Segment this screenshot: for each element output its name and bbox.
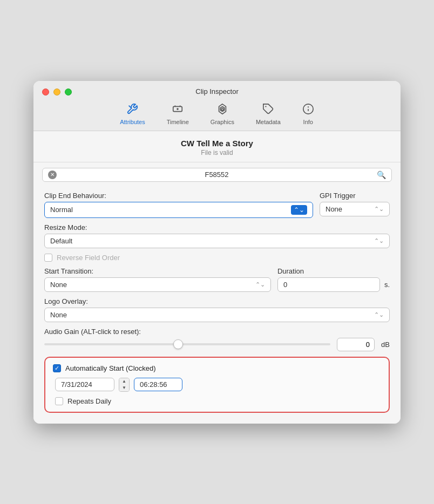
resize-mode-label: Resize Mode: (44, 223, 390, 231)
tab-timeline[interactable]: Timeline (156, 101, 200, 131)
search-icon: 🔍 (377, 171, 386, 179)
gpi-group: GPI Trigger None ⌃⌄ (320, 192, 390, 216)
search-bar[interactable]: ✕ F58552 🔍 (42, 168, 392, 182)
auto-start-checkbox[interactable]: ✓ (53, 364, 61, 372)
logo-overlay-select[interactable]: None ⌃⌄ (44, 308, 390, 322)
duration-label: Duration (277, 267, 390, 275)
start-transition-label: Start Transition: (44, 267, 271, 275)
tab-graphics-label: Graphics (211, 119, 234, 125)
resize-mode-row: Resize Mode: Default ⌃⌄ (44, 223, 390, 248)
clip-end-gpi-row: Clip End Behaviour: Normal ⌃⌄ GPI Trigge… (44, 192, 390, 218)
metadata-icon (262, 103, 274, 117)
slider-thumb[interactable] (173, 339, 183, 349)
clip-end-label: Clip End Behaviour: (44, 192, 313, 200)
reverse-field-row: Reverse Field Order (44, 254, 390, 262)
tab-metadata-label: Metadata (256, 119, 281, 125)
audio-gain-row: Audio Gain (ALT-click to reset): dB (44, 328, 390, 351)
slider-row: dB (44, 338, 390, 351)
close-button[interactable] (42, 88, 49, 96)
window-title: Clip Inspector (42, 87, 392, 96)
clip-status: File is valid (44, 149, 390, 156)
svg-point-2 (177, 108, 178, 110)
maximize-button[interactable] (65, 88, 72, 96)
reverse-field-label: Reverse Field Order (57, 254, 120, 262)
clip-end-select[interactable]: Normal ⌃⌄ (44, 202, 313, 218)
db-label: dB (381, 340, 390, 349)
tab-bar: Attributes Timeline (42, 101, 392, 131)
duration-input[interactable] (277, 277, 380, 292)
graphics-icon (216, 103, 228, 117)
audio-gain-slider[interactable] (44, 343, 330, 345)
repeats-daily-row: Repeats Daily (55, 397, 381, 405)
titlebar: Clip Inspector Attributes (33, 81, 401, 131)
resize-mode-arrow: ⌃⌄ (374, 237, 384, 244)
tab-attributes[interactable]: Attributes (109, 101, 155, 131)
tab-timeline-label: Timeline (167, 119, 189, 125)
gpi-label: GPI Trigger (320, 192, 390, 200)
attributes-icon (126, 103, 138, 117)
svg-marker-3 (219, 104, 226, 113)
stepper-up[interactable]: ▲ (119, 378, 129, 385)
info-icon (302, 103, 314, 117)
minimize-button[interactable] (53, 88, 60, 96)
date-input[interactable] (55, 378, 114, 391)
tab-info-label: Info (303, 119, 313, 125)
clip-info-section: CW Tell Me a Story File is valid (33, 131, 401, 162)
tab-metadata[interactable]: Metadata (245, 101, 291, 131)
svg-marker-5 (221, 108, 223, 111)
clip-end-arrow: ⌃⌄ (291, 205, 307, 215)
clip-name: CW Tell Me a Story (44, 139, 390, 148)
main-window: Clip Inspector Attributes (33, 81, 401, 424)
duration-group: Duration s. (277, 267, 390, 292)
logo-overlay-label: Logo Overlay: (44, 297, 390, 305)
auto-start-box: ✓ Automatically Start (Clocked) ▲ ▼ Repe… (44, 357, 390, 413)
audio-gain-label: Audio Gain (ALT-click to reset): (44, 328, 390, 336)
duration-suffix: s. (384, 281, 390, 289)
repeats-daily-checkbox[interactable] (55, 397, 63, 405)
search-value: F58552 (57, 171, 377, 179)
traffic-lights (42, 88, 72, 96)
timeline-icon (172, 103, 184, 117)
time-input[interactable] (134, 378, 182, 391)
logo-overlay-arrow: ⌃⌄ (374, 311, 384, 318)
auto-start-header: ✓ Automatically Start (Clocked) (53, 364, 381, 372)
tab-attributes-label: Attributes (120, 119, 145, 125)
search-clear-button[interactable]: ✕ (48, 171, 57, 179)
auto-start-label: Automatically Start (Clocked) (65, 364, 156, 372)
duration-row: s. (277, 277, 390, 292)
gpi-arrow: ⌃⌄ (374, 206, 384, 213)
date-stepper[interactable]: ▲ ▼ (119, 378, 130, 392)
logo-overlay-row: Logo Overlay: None ⌃⌄ (44, 297, 390, 322)
reverse-field-checkbox[interactable] (44, 254, 52, 262)
form-area: Clip End Behaviour: Normal ⌃⌄ GPI Trigge… (33, 187, 401, 424)
gpi-select[interactable]: None ⌃⌄ (320, 202, 390, 216)
clip-end-group: Clip End Behaviour: Normal ⌃⌄ (44, 192, 313, 218)
tab-graphics[interactable]: Graphics (200, 101, 245, 131)
audio-gain-input[interactable] (337, 338, 375, 351)
tab-info[interactable]: Info (291, 101, 325, 131)
stepper-down[interactable]: ▼ (119, 385, 129, 391)
start-transition-group: Start Transition: None ⌃⌄ (44, 267, 271, 292)
date-time-row: ▲ ▼ (55, 378, 381, 392)
repeats-daily-label: Repeats Daily (67, 397, 111, 405)
start-transition-arrow: ⌃⌄ (255, 281, 265, 288)
start-transition-select[interactable]: None ⌃⌄ (44, 277, 271, 292)
resize-mode-select[interactable]: Default ⌃⌄ (44, 234, 390, 248)
start-transition-duration-row: Start Transition: None ⌃⌄ Duration s. (44, 267, 390, 292)
content-area: CW Tell Me a Story File is valid ✕ F5855… (33, 131, 401, 424)
